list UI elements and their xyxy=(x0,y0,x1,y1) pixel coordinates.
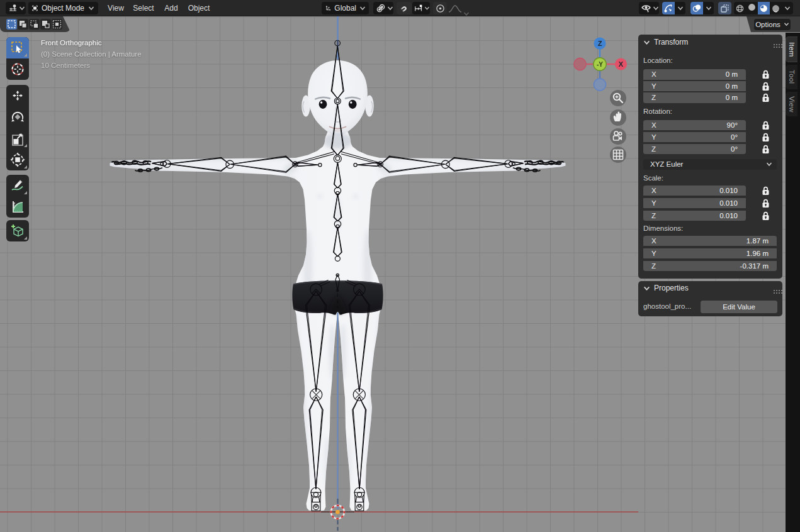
svg-text:Z: Z xyxy=(598,40,602,47)
svg-text:-Y: -Y xyxy=(597,61,603,68)
svg-text:X: X xyxy=(619,60,624,68)
